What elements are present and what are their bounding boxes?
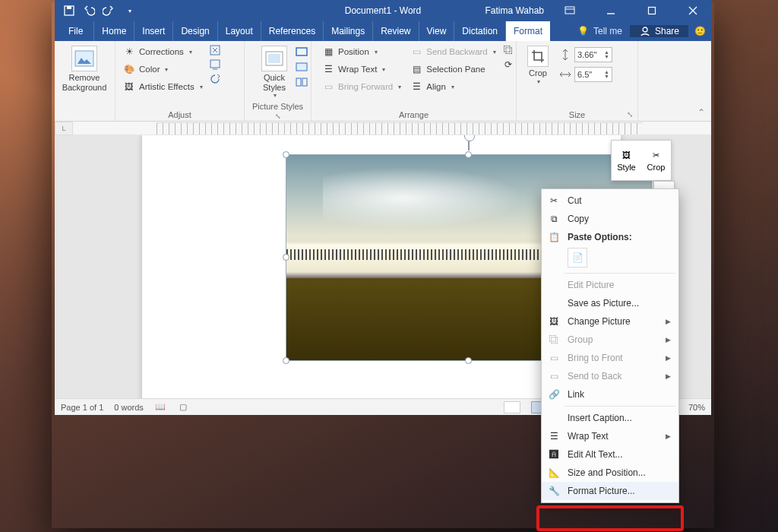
height-spinner[interactable]: ▲▼ <box>604 50 609 59</box>
context-copy[interactable]: ⧉Copy <box>542 210 678 228</box>
group-picture-styles: Quick Styles▾ Picture Styles ⤡ <box>245 41 312 121</box>
link-ctx-icon: 🔗 <box>546 388 561 401</box>
save-icon[interactable] <box>62 4 76 17</box>
alt-text-ctx-icon: 🅰 <box>546 448 561 461</box>
context-cut[interactable]: ✂Cut <box>542 192 678 210</box>
width-spinner[interactable]: ▲▼ <box>604 70 609 79</box>
send-backward-button[interactable]: ▭Send Backward▾ <box>407 44 499 59</box>
context-size-and-position[interactable]: 📐Size and Position... <box>542 464 678 482</box>
wrap-text-button[interactable]: ☰Wrap Text▾ <box>319 62 404 77</box>
format-picture-ctx-icon: 🔧 <box>546 484 561 498</box>
align-button[interactable]: ☰Align▾ <box>407 79 499 94</box>
tab-selector[interactable]: L <box>55 122 73 135</box>
tab-dictation[interactable]: Dictation <box>454 21 506 41</box>
size-group-label: Size <box>521 109 633 119</box>
undo-icon[interactable] <box>82 4 96 17</box>
resize-handle-tm[interactable] <box>465 151 472 158</box>
group-arrange: ▦Position▾ ☰Wrap Text▾ ▭Bring Forward▾ ▭… <box>312 41 517 121</box>
remove-background-icon <box>71 46 97 71</box>
tab-layout[interactable]: Layout <box>218 21 261 41</box>
tell-me-search[interactable]: 💡 Tell me <box>570 25 630 37</box>
person-share-icon <box>639 25 651 37</box>
context-edit-alt-text[interactable]: 🅰Edit Alt Text... <box>542 445 678 464</box>
feedback-smiley-icon[interactable]: 🙂 <box>688 26 711 36</box>
picture-effects-icon[interactable] <box>296 61 308 73</box>
ribbon: Remove Background ☀Corrections▾ 🎨Color▾ … <box>55 41 711 122</box>
context-paste-options-header: 📋Paste Options: <box>542 228 678 246</box>
redo-icon[interactable] <box>102 4 115 17</box>
context-wrap-text[interactable]: ☰Wrap Text▶ <box>542 427 678 445</box>
page-indicator[interactable]: Page 1 of 1 <box>61 403 103 412</box>
picture-layout-icon[interactable] <box>296 76 308 88</box>
corrections-button[interactable]: ☀Corrections▾ <box>120 44 206 59</box>
adjust-group-label: Adjust <box>120 109 239 119</box>
title-bar: ▾ Document1 - Word Fatima Wahab <box>55 0 711 21</box>
tab-format[interactable]: Format <box>506 21 550 41</box>
qat-customize-icon[interactable]: ▾ <box>123 4 137 17</box>
ribbon-display-options-icon[interactable] <box>555 0 585 21</box>
tab-insert[interactable]: Insert <box>134 21 173 41</box>
cut-icon: ✂ <box>546 194 561 207</box>
quick-styles-icon <box>261 46 287 71</box>
maximize-button[interactable] <box>637 0 667 21</box>
change-picture-icon[interactable] <box>209 59 221 71</box>
share-button[interactable]: Share <box>630 25 688 37</box>
tab-home[interactable]: Home <box>94 21 134 41</box>
tab-file[interactable]: File <box>58 21 94 41</box>
mini-style-icon: 🖼 <box>621 149 633 161</box>
tab-review[interactable]: Review <box>373 21 419 41</box>
paste-option-keep-source[interactable]: 📄 <box>568 248 587 268</box>
rotate-handle[interactable] <box>468 138 470 150</box>
context-format-picture[interactable]: 🔧Format Picture... <box>542 482 678 500</box>
reset-picture-icon[interactable] <box>209 73 221 85</box>
resize-handle-bl[interactable] <box>283 357 289 364</box>
artistic-effects-button[interactable]: 🖼Artistic Effects▾ <box>120 79 206 94</box>
bring-forward-button[interactable]: ▭Bring Forward▾ <box>319 79 404 94</box>
svg-rect-14 <box>296 48 307 55</box>
svg-rect-1 <box>67 6 71 9</box>
width-input[interactable]: 6.5"▲▼ <box>574 67 612 82</box>
context-insert-caption[interactable]: Insert Caption... <box>542 409 678 427</box>
tab-view[interactable]: View <box>419 21 455 41</box>
signed-in-user[interactable]: Fatima Wahab <box>485 5 544 16</box>
arrange-group-label: Arrange <box>316 109 511 119</box>
remove-background-button[interactable]: Remove Background <box>59 44 109 93</box>
quick-styles-button[interactable]: Quick Styles▾ <box>249 44 299 100</box>
resize-handle-ml[interactable] <box>283 254 289 261</box>
tab-references[interactable]: References <box>261 21 324 41</box>
context-save-as-picture[interactable]: Save as Picture... <box>542 294 678 312</box>
collapse-ribbon-icon[interactable]: ⌃ <box>697 107 705 118</box>
horizontal-ruler[interactable] <box>157 122 643 135</box>
selection-pane-button[interactable]: ▤Selection Pane <box>407 62 499 77</box>
resize-handle-tl[interactable] <box>283 151 289 158</box>
rotate-icon[interactable]: ⟳ <box>502 59 514 71</box>
context-send-to-back: ▭Send to Back▶ <box>542 367 678 385</box>
zoom-level[interactable]: 70% <box>688 403 705 412</box>
word-count[interactable]: 0 words <box>114 403 144 412</box>
macro-record-icon[interactable]: ▢ <box>177 401 189 413</box>
context-change-picture[interactable]: 🖼Change Picture▶ <box>542 312 678 331</box>
size-dialog-launcher-icon[interactable]: ⤡ <box>627 110 633 119</box>
crop-button[interactable]: Crop▾ <box>521 44 555 87</box>
mini-style-button[interactable]: 🖼 Style <box>612 141 641 180</box>
compress-pictures-icon[interactable] <box>209 44 221 56</box>
minimize-button[interactable] <box>596 0 626 21</box>
mini-crop-button[interactable]: ✂ Crop <box>641 141 671 180</box>
color-button[interactable]: 🎨Color▾ <box>120 62 206 77</box>
copy-icon: ⧉ <box>546 212 561 226</box>
height-input[interactable]: 3.66"▲▼ <box>574 47 612 62</box>
context-link[interactable]: 🔗Link <box>542 385 678 404</box>
tab-mailings[interactable]: Mailings <box>324 21 373 41</box>
position-button[interactable]: ▦Position▾ <box>319 44 404 59</box>
picture-border-icon[interactable] <box>296 46 308 58</box>
mini-crop-icon: ✂ <box>650 149 663 161</box>
group-objects-icon[interactable]: ⿻ <box>502 44 514 56</box>
spellcheck-icon[interactable]: 📖 <box>154 401 166 413</box>
context-group: ⿻Group▶ <box>542 331 678 349</box>
tab-design[interactable]: Design <box>173 21 217 41</box>
close-button[interactable] <box>678 0 708 21</box>
read-mode-button[interactable] <box>504 401 520 413</box>
resize-handle-bm[interactable] <box>465 357 472 364</box>
crop-icon <box>527 46 549 67</box>
svg-rect-5 <box>649 8 656 14</box>
